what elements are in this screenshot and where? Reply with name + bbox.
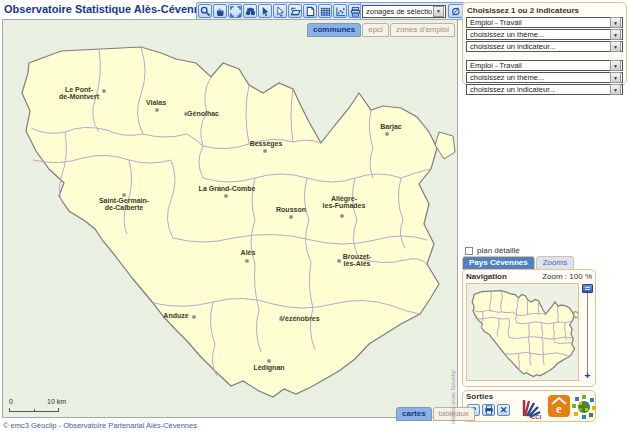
map-label: Barjac <box>380 123 401 130</box>
chevron-down-icon[interactable]: ▼ <box>610 60 621 71</box>
zoom-slider-track[interactable] <box>587 286 588 372</box>
scale-zero: 0 <box>9 398 13 405</box>
zonages-select[interactable]: zonages de sélection... ▼ <box>362 5 446 18</box>
map-marker <box>246 260 249 263</box>
theme-select-1[interactable]: choisissez un thème...▼ <box>466 29 623 40</box>
tab-cartes[interactable]: cartes <box>396 407 432 421</box>
map-label: Saint-Germain- de-Calberte <box>99 197 149 212</box>
lasso-select-button[interactable] <box>288 4 302 18</box>
chevron-down-icon[interactable]: ▼ <box>610 29 621 40</box>
area-tabs: communes epci zones d'emploi <box>307 23 455 37</box>
zoom-button[interactable] <box>198 4 212 18</box>
tab-communes[interactable]: communes <box>307 23 361 37</box>
scale-bar-line <box>9 408 59 412</box>
search-button[interactable] <box>243 4 257 18</box>
full-extent-button[interactable] <box>228 4 242 18</box>
theme-select-2[interactable]: choisissez un thème...▼ <box>466 72 623 83</box>
sorties-panel: Sorties ? ✕ CCI e <box>462 390 596 422</box>
map-marker <box>338 260 341 263</box>
tab-pays-cevennes[interactable]: Pays Cévennes <box>462 256 535 270</box>
zoom-icon <box>200 6 211 17</box>
map-toolbar <box>196 2 364 20</box>
hand-icon <box>215 6 226 17</box>
domain-select-1[interactable]: Emploi - Travail▼ <box>466 17 623 28</box>
chevron-down-icon[interactable]: ▼ <box>610 41 621 52</box>
copyright-text: © emc3 Géoclip - Observatoire Partenaria… <box>3 421 197 430</box>
pays-cevennes-logo[interactable]: e <box>547 394 571 422</box>
close-button[interactable]: ✕ <box>497 404 510 416</box>
map-label: Alès <box>241 249 256 256</box>
chevron-down-icon[interactable]: ▼ <box>610 72 621 83</box>
svg-text:CCI: CCI <box>531 414 542 420</box>
tab-zooms[interactable]: Zooms <box>536 256 574 270</box>
cursor-outline-icon <box>275 6 286 17</box>
map-marker <box>103 90 106 93</box>
indicators-panel: Choisissez 1 ou 2 indicateurs Emploi - T… <box>462 2 627 85</box>
page-title: Observatoire Statistique Alès-Cévennes <box>4 3 213 15</box>
map-marker <box>225 195 228 198</box>
chevron-down-icon[interactable]: ▼ <box>610 17 621 28</box>
extent-icon <box>230 6 241 17</box>
tab-epci[interactable]: epci <box>362 23 389 37</box>
map-label: Vézénobres <box>280 315 319 322</box>
scatter-icon <box>335 6 346 17</box>
zoom-slider-handle[interactable] <box>582 284 593 293</box>
print-button[interactable] <box>482 404 495 416</box>
map-marker <box>290 216 293 219</box>
save-button[interactable] <box>303 4 317 18</box>
page-icon <box>305 6 316 17</box>
map-marker <box>268 360 271 363</box>
navigation-panel: Navigation Zoom : 100 % + <box>462 269 596 387</box>
map-marker <box>156 109 159 112</box>
table-button[interactable] <box>318 4 332 18</box>
cursor-filled-icon <box>260 6 271 17</box>
map-label: Le Pont- de-Montvert <box>59 86 99 101</box>
scale-distance: 10 km <box>47 398 66 405</box>
nav-tabs: Pays Cévennes Zooms <box>462 256 574 270</box>
map-canvas[interactable]: Le Pont- de-Montvert Vialas Génolhac Bar… <box>2 19 458 418</box>
zoom-in-plus-button[interactable]: + <box>582 370 593 381</box>
map-marker <box>185 113 188 116</box>
map-label: Rousson <box>276 206 306 213</box>
view-tabs: cartes tableaux <box>396 407 475 421</box>
info-pointer-button[interactable] <box>273 4 287 18</box>
map-marker <box>341 215 344 218</box>
tab-zones-emploi[interactable]: zones d'emploi <box>390 23 455 37</box>
chevron-down-icon[interactable]: ▼ <box>433 6 444 17</box>
map-label: Brouzet- lès-Alès <box>343 253 371 268</box>
indicator-select-2[interactable]: choisissez un indicateur...▼ <box>466 84 623 95</box>
navigation-title: Navigation <box>466 272 507 281</box>
map-marker <box>280 318 283 321</box>
svg-text:e: e <box>556 401 562 416</box>
select-point-button[interactable] <box>258 4 272 18</box>
map-label: La Grand-Combe <box>199 185 256 192</box>
binoculars-icon <box>245 6 256 17</box>
plan-detaille-row: plan détaillé <box>465 246 520 255</box>
overview-map[interactable] <box>466 283 579 381</box>
pan-button[interactable] <box>213 4 227 18</box>
map-marker <box>264 150 267 153</box>
cci-logo[interactable]: CCI <box>518 394 544 424</box>
layers-icon <box>350 6 361 17</box>
map-label: Anduze <box>163 312 188 319</box>
map-marker <box>386 133 389 136</box>
indicators-title: Choisissez 1 ou 2 indicateurs <box>467 6 623 15</box>
zonages-select-value: zonages de sélection... <box>363 7 432 16</box>
indicator-select-1[interactable]: choisissez un indicateur...▼ <box>466 41 623 52</box>
plan-detaille-label: plan détaillé <box>477 246 520 255</box>
map-marker <box>193 316 196 319</box>
chevron-down-icon[interactable]: ▼ <box>610 84 621 95</box>
map-label: Allègre- les-Fumades <box>323 195 366 210</box>
territory-map <box>3 20 459 419</box>
ales-agglo-logo[interactable] <box>571 394 597 424</box>
clear-selection-button[interactable]: ∅ <box>448 4 463 18</box>
grid-icon <box>320 6 331 17</box>
plan-detaille-checkbox[interactable] <box>465 247 473 255</box>
domain-select-2[interactable]: Emploi - Travail▼ <box>466 60 623 71</box>
map-marker <box>123 194 126 197</box>
map-label: Lédignan <box>253 364 284 371</box>
scatter-button[interactable] <box>333 4 347 18</box>
lasso-icon <box>290 6 301 17</box>
geoclip-credit-vertical: réalisé avec Géoclip <box>450 368 456 424</box>
map-label: Bessèges <box>250 140 283 147</box>
